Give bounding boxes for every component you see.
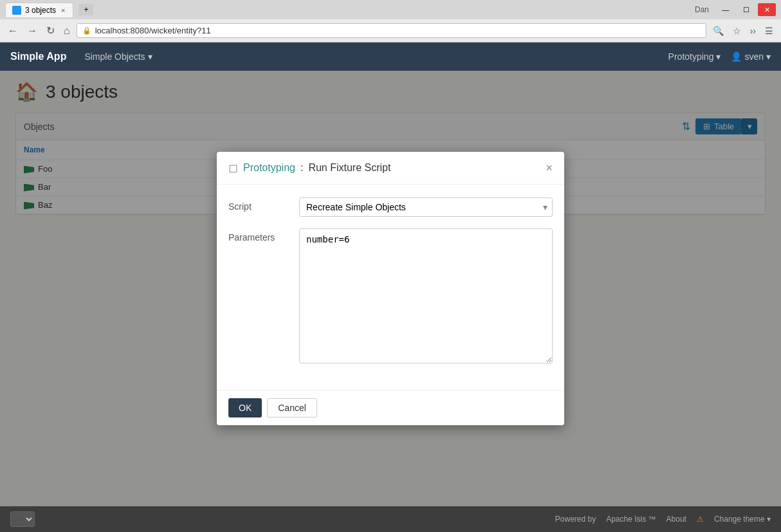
refresh-button[interactable]: ↻ (44, 23, 57, 38)
cube-icon: ◻ (228, 161, 238, 175)
script-form-group: Script Recreate Simple Objects ▾ (228, 197, 553, 217)
about-link[interactable]: About (666, 515, 686, 524)
modal-title-separator: : (300, 162, 303, 174)
navbar-user-caret: ▾ (766, 51, 771, 62)
minimize-button[interactable]: — (717, 3, 735, 16)
forward-button[interactable]: → (24, 24, 40, 38)
parameters-label: Parameters (228, 228, 299, 243)
new-tab-button[interactable]: + (78, 4, 93, 15)
user-icon: 👤 (731, 51, 742, 62)
app: Simple App Simple Objects ▾ Prototyping … (0, 42, 781, 532)
tab-favicon (12, 6, 21, 15)
navbar-left: Simple App Simple Objects ▾ (10, 49, 158, 64)
modal-close-button[interactable]: × (546, 162, 553, 174)
browser-chrome: 3 objects × + Dan — ☐ ✕ ← → ↻ ⌂ 🔒 localh… (0, 0, 781, 42)
script-select[interactable]: Recreate Simple Objects (299, 197, 553, 217)
parameters-control: number=6 (299, 228, 553, 365)
navbar-simple-objects-label: Simple Objects (84, 51, 145, 62)
modal-dialog: ◻ Prototyping : Run Fixture Script × Scr… (217, 152, 564, 425)
navbar-right: Prototyping ▾ 👤 sven ▾ (668, 51, 771, 62)
modal-title: ◻ Prototyping : Run Fixture Script (228, 161, 390, 175)
navbar-prototyping[interactable]: Prototyping ▾ (668, 51, 721, 62)
title-bar: 3 objects × + Dan — ☐ ✕ (0, 0, 781, 19)
address-bar: ← → ↻ ⌂ 🔒 localhost:8080/wicket/entity?1… (0, 19, 781, 42)
modal-header: ◻ Prototyping : Run Fixture Script × (217, 152, 564, 185)
navbar-user-label: sven (744, 51, 764, 62)
navbar-simple-objects-caret: ▾ (148, 51, 152, 62)
navbar-prototyping-label: Prototyping (668, 51, 714, 62)
tab-close-button[interactable]: × (60, 6, 66, 14)
title-bar-left: 3 objects × + (5, 3, 93, 17)
change-theme-link[interactable]: Change theme ▾ (714, 515, 771, 524)
tab-label: 3 objects (25, 6, 56, 15)
footer-left (10, 511, 35, 527)
parameters-textarea[interactable]: number=6 (299, 228, 553, 363)
modal-title-prototyping: Prototyping (243, 162, 295, 174)
window-controls: Dan — ☐ ✕ (695, 3, 776, 16)
modal-footer: OK Cancel (217, 390, 564, 425)
maximize-button[interactable]: ☐ (737, 3, 755, 16)
modal-overlay: ◻ Prototyping : Run Fixture Script × Scr… (0, 71, 781, 506)
warning-icon: ⚠ (697, 515, 704, 524)
navbar-prototyping-caret: ▾ (716, 51, 721, 62)
more-tools-button[interactable]: ›› (748, 24, 758, 37)
script-select-wrapper: Recreate Simple Objects ▾ (299, 197, 553, 217)
search-button[interactable]: 🔍 (710, 24, 726, 37)
modal-body: Script Recreate Simple Objects ▾ Paramet… (217, 185, 564, 390)
home-nav-button[interactable]: ⌂ (61, 24, 73, 38)
menu-button[interactable]: ☰ (762, 24, 776, 37)
change-theme-label: Change theme (714, 515, 765, 524)
footer-select[interactable] (10, 511, 35, 527)
back-button[interactable]: ← (5, 24, 21, 38)
cancel-button[interactable]: Cancel (267, 398, 317, 417)
apache-isis-label: Apache Isis ™ (606, 515, 656, 524)
browser-tab[interactable]: 3 objects × (5, 3, 73, 17)
parameters-form-group: Parameters number=6 (228, 228, 553, 365)
navbar-user[interactable]: 👤 sven ▾ (731, 51, 771, 62)
browser-user-label: Dan (695, 5, 709, 14)
footer: Powered by Apache Isis ™ About ⚠ Change … (0, 506, 781, 532)
url-text: localhost:8080/wicket/entity?11 (95, 26, 701, 35)
navbar-simple-objects[interactable]: Simple Objects ▾ (79, 49, 157, 64)
page-content: 🏠 3 objects Objects ⇅ ⊞ Table ▾ (0, 71, 781, 506)
ok-button[interactable]: OK (228, 398, 262, 417)
close-button[interactable]: ✕ (758, 3, 776, 16)
lock-icon: 🔒 (82, 26, 91, 35)
navbar: Simple App Simple Objects ▾ Prototyping … (0, 42, 781, 71)
change-theme-caret: ▾ (767, 515, 771, 524)
footer-right: Powered by Apache Isis ™ About ⚠ Change … (555, 515, 771, 524)
script-label: Script (228, 197, 299, 212)
url-bar[interactable]: 🔒 localhost:8080/wicket/entity?11 (77, 23, 706, 38)
app-brand: Simple App (10, 51, 66, 62)
modal-title-text: Run Fixture Script (308, 162, 390, 174)
powered-by-label: Powered by (555, 515, 596, 524)
bookmark-button[interactable]: ☆ (730, 24, 744, 37)
